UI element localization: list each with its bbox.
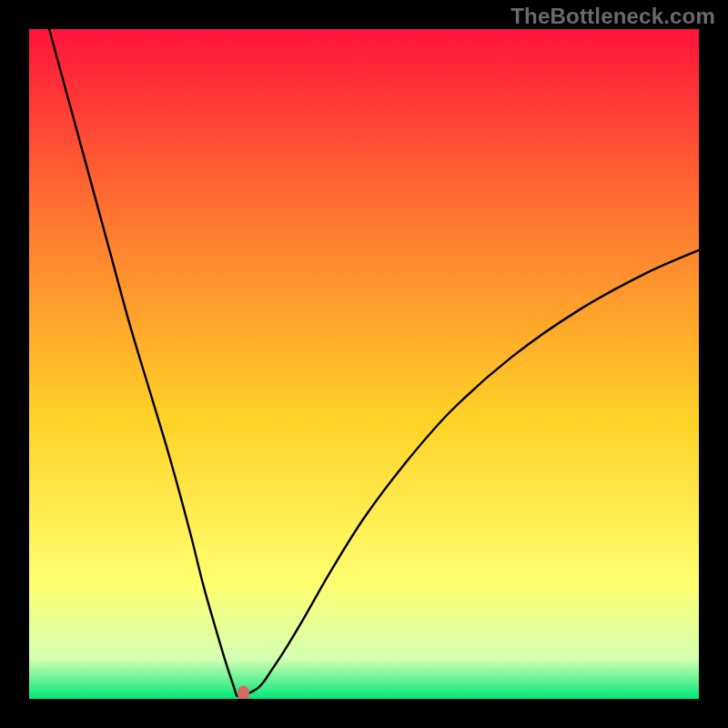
plot-area: [29, 29, 699, 699]
watermark-text: TheBottleneck.com: [511, 4, 715, 29]
chart-frame: TheBottleneck.com: [0, 0, 728, 728]
plot-background: [29, 29, 699, 699]
chart-svg: [29, 29, 699, 699]
